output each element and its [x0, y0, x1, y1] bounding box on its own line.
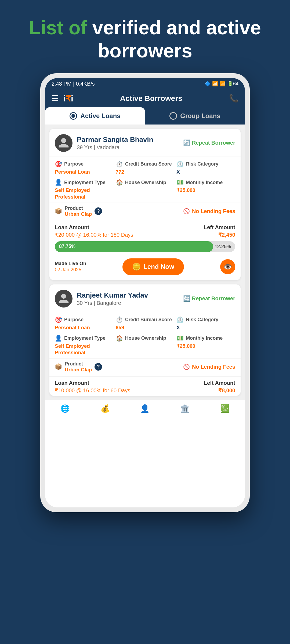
- bottom-nav-invest[interactable]: 💰: [85, 404, 125, 413]
- credit-item-1: ⏱️ Credit Bureau Score 659: [116, 316, 175, 331]
- credit-item-0: ⏱️ Credit Bureau Score 772: [116, 161, 175, 175]
- loan-row-1: Loan Amount ₹10,000 @ 16.00% for 60 Days…: [49, 377, 241, 396]
- borrower-info-0: Parmar Sangita Bhavin 39 Yrs | Vadodara: [77, 136, 179, 151]
- repeat-icon-0: 🔄: [183, 140, 190, 147]
- bank-icon: 🏛️: [180, 404, 190, 413]
- left-amount-value-0: ₹2,450: [204, 232, 235, 238]
- house-label-0: House Ownership: [125, 180, 166, 186]
- bottom-nav-profile[interactable]: 👤: [125, 404, 165, 413]
- employment-label-0: Employment Type: [64, 180, 106, 186]
- tab-radio-group: [169, 112, 177, 120]
- no-fee-icon-0: 🚫: [183, 208, 190, 214]
- progress-fill-0: 87.75%: [55, 241, 213, 252]
- loan-amount-value-0: ₹20,000 @ 16.00% for 180 Days: [55, 232, 133, 238]
- employment-item-0: 👤 Employment Type Self Employed Professi…: [55, 179, 114, 200]
- tab-radio-active: [70, 112, 77, 120]
- hero-section: List of verified and active borrowers: [0, 0, 290, 73]
- view-button-0[interactable]: 👁️: [220, 259, 235, 274]
- logo: i₹i: [63, 93, 73, 104]
- product-left-1: 📦 Product Urban Clap ?: [55, 361, 102, 373]
- battery-icon: 🔋64: [227, 81, 238, 87]
- bottom-nav-portfolio[interactable]: 💹: [205, 404, 245, 413]
- tabs-container: Active Loans Group Loans: [45, 107, 245, 125]
- wifi-icon: 📶: [220, 81, 226, 87]
- income-item-1: 💵 Monthly Income ₹25,000: [176, 335, 235, 356]
- employment-value-0: Self Employed Professional: [55, 187, 114, 200]
- portfolio-icon: 💹: [220, 404, 230, 413]
- content-area: Parmar Sangita Bhavin 39 Yrs | Vadodara …: [45, 125, 245, 400]
- bluetooth-icon: 🔷: [205, 81, 211, 87]
- risk-item-0: ⏲️ Risk Category X: [176, 161, 235, 175]
- risk-icon-0: ⏲️: [176, 161, 184, 168]
- risk-icon-1: ⏲️: [176, 316, 184, 323]
- nav-bar: ☰ i₹i Active Borrowers 📞: [45, 90, 245, 107]
- repeat-badge-0: 🔄 Repeat Borrower: [183, 140, 235, 147]
- credit-icon-1: ⏱️: [116, 316, 123, 323]
- bottom-nav-home[interactable]: 🌐: [45, 404, 85, 413]
- progress-bar-0: 87.75% 12.25%: [55, 241, 235, 252]
- no-fee-0: 🚫 No Lending Fees: [183, 208, 235, 214]
- employment-icon-1: 👤: [55, 335, 62, 342]
- profile-icon: 👤: [140, 404, 150, 413]
- tab-active-loans[interactable]: Active Loans: [45, 107, 145, 125]
- income-label-1: Monthly Income: [186, 335, 223, 341]
- phone-frame: 2:48 PM | 0.4KB/s 🔷 📶 📶 🔋64 ☰ i₹i Active…: [40, 73, 250, 512]
- nav-title: Active Borrowers: [78, 94, 225, 103]
- house-icon-0: 🏠: [116, 179, 123, 186]
- phone-icon[interactable]: 📞: [229, 94, 238, 103]
- left-amount-label-1: Left Amount: [204, 380, 235, 386]
- borrower-name-0: Parmar Sangita Bhavin: [77, 136, 179, 144]
- repeat-badge-1: 🔄 Repeat Borrower: [183, 295, 235, 302]
- hero-green: List of: [29, 17, 87, 38]
- no-fee-icon-1: 🚫: [183, 364, 190, 370]
- purpose-item-0: 🎯 Purpose Personal Loan: [55, 161, 114, 175]
- product-label-0: Product: [65, 206, 92, 211]
- help-icon-0[interactable]: ?: [95, 207, 102, 215]
- house-item-1: 🏠 House Ownership: [116, 335, 175, 356]
- hero-white: verified and active borrowers: [92, 17, 261, 61]
- made-live-label-0: Made Live On: [55, 261, 86, 266]
- left-amount-label-0: Left Amount: [204, 224, 235, 230]
- employment-item-1: 👤 Employment Type Self Employed Professi…: [55, 335, 114, 356]
- product-label-1: Product: [65, 361, 92, 367]
- signal-icon: 📶: [212, 81, 218, 87]
- product-row-1: 📦 Product Urban Clap ? 🚫 No Lending Fees: [49, 358, 241, 377]
- details-grid-1: 🎯 Purpose Personal Loan ⏱️ Credit Bureau…: [49, 312, 241, 358]
- income-value-1: ₹25,000: [176, 343, 235, 350]
- lend-now-button-0[interactable]: 🪙 Lend Now: [122, 258, 184, 275]
- borrower-info-1: Ranjeet Kumar Yadav 30 Yrs | Bangalore: [77, 291, 179, 306]
- bottom-nav-bank[interactable]: 🏛️: [165, 404, 205, 413]
- house-label-1: House Ownership: [125, 335, 166, 341]
- income-icon-1: 💵: [176, 335, 184, 342]
- repeat-label-1: Repeat Borrower: [192, 295, 235, 302]
- help-icon-1[interactable]: ?: [95, 363, 102, 371]
- tab-group-loans[interactable]: Group Loans: [145, 107, 245, 125]
- no-fee-label-1: No Lending Fees: [192, 364, 235, 370]
- left-amount-value-1: ₹8,000: [204, 387, 235, 394]
- income-label-0: Monthly Income: [186, 180, 223, 186]
- borrower-meta-0: 39 Yrs | Vadodara: [77, 144, 179, 151]
- employment-icon-0: 👤: [55, 179, 62, 186]
- purpose-icon-1: 🎯: [55, 316, 62, 323]
- repeat-label-0: Repeat Borrower: [192, 140, 235, 146]
- progress-left-0: 12.25%: [215, 244, 231, 249]
- credit-value-0: 772: [116, 169, 175, 175]
- product-icon-0: 📦: [55, 208, 62, 215]
- home-icon: 🌐: [60, 404, 70, 413]
- avatar-1: [55, 290, 73, 308]
- product-value-1: Urban Clap: [65, 367, 92, 373]
- repeat-icon-1: 🔄: [183, 295, 190, 302]
- risk-value-0: X: [176, 169, 235, 175]
- employment-label-1: Employment Type: [64, 335, 106, 341]
- income-value-0: ₹25,000: [176, 187, 235, 194]
- hero-title: List of verified and active borrowers: [21, 16, 269, 63]
- risk-value-1: X: [176, 324, 235, 331]
- purpose-value-1: Personal Loan: [55, 324, 114, 331]
- income-item-0: 💵 Monthly Income ₹25,000: [176, 179, 235, 200]
- no-fee-label-0: No Lending Fees: [192, 208, 235, 214]
- hamburger-menu[interactable]: ☰: [52, 94, 59, 103]
- product-value-0: Urban Clap: [65, 211, 92, 217]
- status-time: 2:48 PM | 0.4KB/s: [52, 81, 95, 87]
- product-row-0: 📦 Product Urban Clap ? 🚫 No Lending Fees: [49, 203, 241, 221]
- borrower-header-0: Parmar Sangita Bhavin 39 Yrs | Vadodara …: [49, 129, 241, 156]
